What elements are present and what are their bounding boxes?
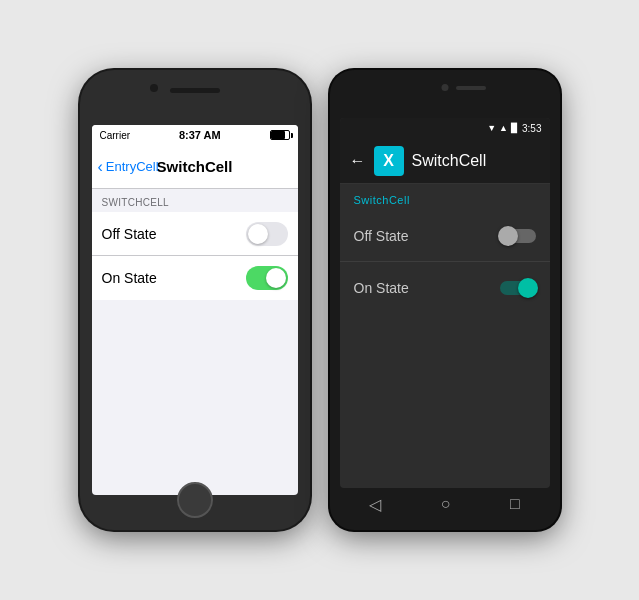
android-on-state-label: On State <box>354 280 409 296</box>
ios-status-bar: Carrier 8:37 AM <box>92 125 298 145</box>
ios-nav-bar: ‹ EntryCell SwitchCell <box>92 145 298 189</box>
ios-on-state-label: On State <box>102 270 157 286</box>
ios-back-chevron-icon: ‹ <box>98 158 103 176</box>
ios-speaker <box>170 88 220 93</box>
android-off-state-label: Off State <box>354 228 409 244</box>
android-list-item-on-state: On State <box>340 262 550 314</box>
android-wifi-icon: ▲ <box>499 123 508 133</box>
android-app-icon-letter: X <box>383 152 394 170</box>
android-section-label: SwitchCell <box>340 184 550 210</box>
ios-list: Off State On State <box>92 212 298 300</box>
ios-time: 8:37 AM <box>179 129 221 141</box>
ios-battery <box>270 130 290 140</box>
android-screen: ▼ ▲ ▉ 3:53 ← X SwitchCell SwitchCell Off… <box>340 118 550 488</box>
android-back-button[interactable]: ← <box>350 152 366 170</box>
android-recents-nav-icon[interactable]: □ <box>510 495 520 513</box>
android-status-bar: ▼ ▲ ▉ 3:53 <box>340 118 550 138</box>
ios-off-state-label: Off State <box>102 226 157 242</box>
android-app-bar: ← X SwitchCell <box>340 138 550 184</box>
android-speaker <box>456 86 486 90</box>
ios-back-button[interactable]: ‹ EntryCell <box>98 158 159 176</box>
android-battery-icon: ▉ <box>511 123 518 133</box>
android-toggle-on-knob <box>518 278 538 298</box>
android-home-nav-icon[interactable]: ○ <box>441 495 451 513</box>
ios-list-item-off-state: Off State <box>92 212 298 256</box>
android-time: 3:53 <box>522 123 541 134</box>
ios-toggle-on-state[interactable] <box>246 266 288 290</box>
android-back-nav-icon[interactable]: ◁ <box>369 495 381 514</box>
android-signal-icon: ▼ <box>487 123 496 133</box>
ios-nav-title: SwitchCell <box>157 158 233 175</box>
android-phone: ▼ ▲ ▉ 3:53 ← X SwitchCell SwitchCell Off… <box>330 70 560 530</box>
ios-carrier: Carrier <box>100 130 131 141</box>
ios-section-header: SWITCHCELL <box>92 189 298 212</box>
android-toggle-on-state[interactable] <box>500 281 536 295</box>
ios-list-item-on-state: On State <box>92 256 298 300</box>
android-status-icons: ▼ ▲ ▉ <box>487 123 518 133</box>
ios-toggle-off-knob <box>248 224 268 244</box>
ios-phone: Carrier 8:37 AM ‹ EntryCell SwitchCell S… <box>80 70 310 530</box>
ios-battery-fill <box>271 131 285 139</box>
android-list-item-off-state: Off State <box>340 210 550 262</box>
android-app-icon: X <box>374 146 404 176</box>
ios-back-label: EntryCell <box>106 159 159 174</box>
android-nav-title: SwitchCell <box>412 152 487 170</box>
android-toggle-off-state[interactable] <box>500 229 536 243</box>
ios-home-button[interactable] <box>177 482 213 518</box>
android-list: Off State On State <box>340 210 550 314</box>
devices-container: Carrier 8:37 AM ‹ EntryCell SwitchCell S… <box>70 60 570 540</box>
ios-toggle-off-state[interactable] <box>246 222 288 246</box>
ios-screen: Carrier 8:37 AM ‹ EntryCell SwitchCell S… <box>92 125 298 495</box>
android-bottom-nav: ◁ ○ □ <box>340 486 550 522</box>
ios-camera-dot <box>150 84 158 92</box>
android-toggle-off-knob <box>498 226 518 246</box>
ios-toggle-on-knob <box>266 268 286 288</box>
android-camera-dot <box>441 84 448 91</box>
